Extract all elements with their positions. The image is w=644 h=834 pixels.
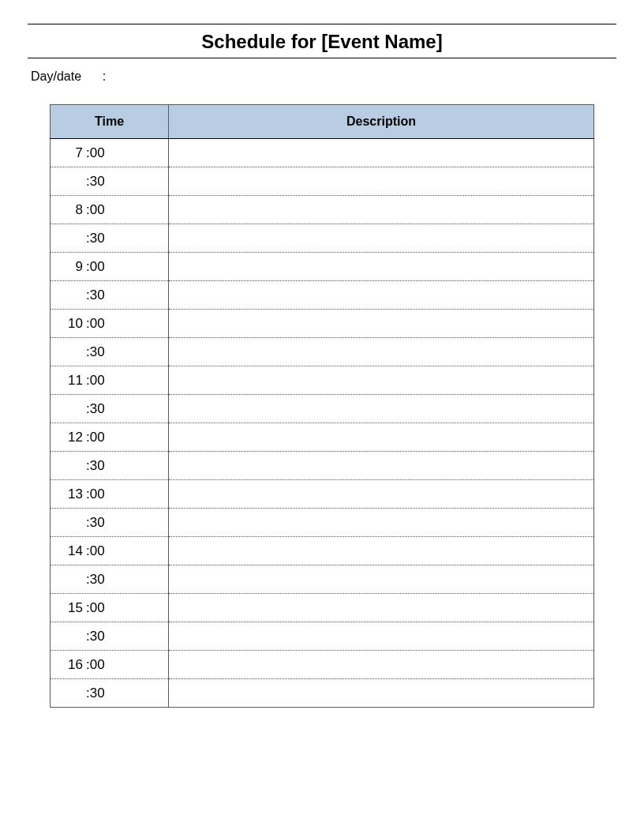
time-minute: :30 xyxy=(86,458,105,474)
time-cell: :30 xyxy=(51,281,169,310)
time-cell: 11:00 xyxy=(51,366,169,395)
table-row: 16:00 xyxy=(51,651,594,679)
description-cell xyxy=(169,139,594,167)
time-hour: 9 xyxy=(51,259,86,275)
daydate-line: Day/date : xyxy=(28,70,616,84)
time-cell: :30 xyxy=(51,509,169,537)
time-minute: :30 xyxy=(86,287,105,303)
time-minute: :00 xyxy=(86,657,105,673)
description-cell xyxy=(169,679,594,708)
time-minute: :00 xyxy=(86,202,105,218)
time-hour: 12 xyxy=(51,430,86,445)
description-cell xyxy=(169,537,594,565)
description-cell xyxy=(169,167,594,196)
title-rule-top xyxy=(28,24,616,24)
schedule-table: Time Description 7:00:308:00:309:00:3010… xyxy=(50,104,594,708)
time-hour: 8 xyxy=(51,202,86,218)
table-row: 15:00 xyxy=(51,594,594,622)
page-title: Schedule for [Event Name] xyxy=(28,29,616,58)
time-cell: :30 xyxy=(51,622,169,651)
time-minute: :30 xyxy=(86,174,105,190)
time-minute: :00 xyxy=(86,600,105,616)
time-minute: :00 xyxy=(86,430,105,445)
time-cell: :30 xyxy=(51,224,169,253)
daydate-sep: : xyxy=(103,70,106,83)
time-cell: :30 xyxy=(51,338,169,366)
time-minute: :00 xyxy=(86,373,105,389)
time-hour: 14 xyxy=(51,543,86,559)
description-cell xyxy=(169,224,594,253)
time-minute: :30 xyxy=(86,572,105,588)
description-cell xyxy=(169,395,594,423)
description-cell xyxy=(169,594,594,622)
time-cell: :30 xyxy=(51,679,169,708)
table-row: :30 xyxy=(51,395,594,423)
description-cell xyxy=(169,565,594,594)
col-header-time: Time xyxy=(51,105,169,139)
description-cell xyxy=(169,622,594,651)
time-cell: 13:00 xyxy=(51,480,169,509)
table-header-row: Time Description xyxy=(51,105,594,139)
time-minute: :00 xyxy=(86,486,105,502)
table-row: 9:00 xyxy=(51,253,594,281)
time-cell: :30 xyxy=(51,167,169,196)
table-row: :30 xyxy=(51,281,594,310)
table-row: :30 xyxy=(51,338,594,366)
table-row: :30 xyxy=(51,452,594,480)
time-minute: :00 xyxy=(86,259,105,275)
description-cell xyxy=(169,310,594,338)
time-minute: :30 xyxy=(86,231,105,246)
col-header-description: Description xyxy=(169,105,594,139)
description-cell xyxy=(169,452,594,480)
table-row: :30 xyxy=(51,224,594,253)
time-cell: 15:00 xyxy=(51,594,169,622)
table-row: 12:00 xyxy=(51,423,594,452)
table-row: 7:00 xyxy=(51,139,594,167)
description-cell xyxy=(169,281,594,310)
time-hour: 11 xyxy=(51,373,86,389)
table-row: 10:00 xyxy=(51,310,594,338)
time-minute: :00 xyxy=(86,145,105,161)
table-row: :30 xyxy=(51,565,594,594)
table-row: 13:00 xyxy=(51,480,594,509)
table-row: :30 xyxy=(51,167,594,196)
time-cell: :30 xyxy=(51,452,169,480)
description-cell xyxy=(169,423,594,452)
description-cell xyxy=(169,196,594,224)
time-hour: 7 xyxy=(51,145,86,161)
time-minute: :30 xyxy=(86,515,105,531)
time-cell: 12:00 xyxy=(51,423,169,452)
table-row: :30 xyxy=(51,622,594,651)
time-cell: 8:00 xyxy=(51,196,169,224)
description-cell xyxy=(169,366,594,395)
table-row: :30 xyxy=(51,679,594,708)
description-cell xyxy=(169,480,594,509)
time-hour: 16 xyxy=(51,657,86,673)
time-cell: 10:00 xyxy=(51,310,169,338)
table-row: 14:00 xyxy=(51,537,594,565)
description-cell xyxy=(169,509,594,537)
time-cell: 16:00 xyxy=(51,651,169,679)
time-minute: :00 xyxy=(86,543,105,559)
time-minute: :30 xyxy=(86,629,105,644)
time-hour: 10 xyxy=(51,316,86,332)
time-cell: :30 xyxy=(51,395,169,423)
table-row: 11:00 xyxy=(51,366,594,395)
time-cell: 14:00 xyxy=(51,537,169,565)
daydate-label: Day/date xyxy=(31,70,81,83)
time-hour: 15 xyxy=(51,600,86,616)
time-minute: :30 xyxy=(86,401,105,417)
title-rule-bottom xyxy=(28,58,616,58)
table-row: 8:00 xyxy=(51,196,594,224)
time-hour: 13 xyxy=(51,486,86,502)
time-minute: :00 xyxy=(86,316,105,332)
time-cell: 7:00 xyxy=(51,139,169,167)
description-cell xyxy=(169,338,594,366)
description-cell xyxy=(169,253,594,281)
table-row: :30 xyxy=(51,509,594,537)
time-minute: :30 xyxy=(86,686,105,701)
time-cell: 9:00 xyxy=(51,253,169,281)
time-cell: :30 xyxy=(51,565,169,594)
time-minute: :30 xyxy=(86,344,105,360)
description-cell xyxy=(169,651,594,679)
